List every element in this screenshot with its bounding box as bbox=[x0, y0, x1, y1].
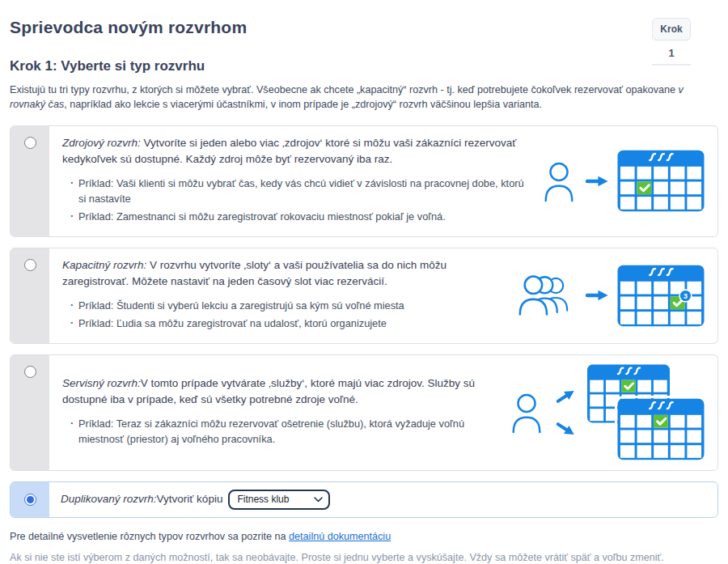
resource-illustration bbox=[540, 150, 708, 212]
reassurance-note: Ak si nie ste istí výberom z daných možn… bbox=[10, 552, 718, 563]
documentation-link[interactable]: detailnú dokumentáciu bbox=[289, 531, 391, 542]
resource-schedule-radio[interactable] bbox=[24, 137, 36, 149]
option-resource-schedule[interactable]: Zdrojový rozvrh: Vytvoríte si jeden aleb… bbox=[10, 125, 718, 237]
example-item: Príklad: Teraz si zákazníci môžu rezervo… bbox=[70, 416, 500, 447]
option-radio-strip bbox=[11, 482, 49, 517]
duplicate-source-select-wrap: Fitness klub bbox=[228, 490, 330, 510]
documentation-text: Pre detailné vysvetlenie rôznych typov r… bbox=[10, 531, 289, 542]
two-calendars-check-icon bbox=[586, 364, 705, 461]
option-text: Kapacitný rozvrh: V rozvrhu vytvoríte ‚s… bbox=[62, 257, 506, 334]
option-radio-strip bbox=[11, 248, 49, 343]
step-indicator: Krok 1 bbox=[652, 18, 691, 66]
calendar-check-icon bbox=[617, 398, 705, 460]
option-title: Duplikovaný rozvrh: bbox=[61, 491, 157, 508]
group-people-icon bbox=[514, 273, 578, 318]
example-item: Príklad: Študenti si vyberú lekciu a zar… bbox=[70, 298, 506, 313]
page-title: Sprievodca novým rozvrhom bbox=[10, 18, 718, 37]
page-header: Sprievodca novým rozvrhom Krok 1 bbox=[10, 18, 718, 37]
duplicate-source-select[interactable]: Fitness klub bbox=[228, 490, 330, 510]
step-label-badge: Krok bbox=[652, 18, 691, 40]
arrow-right-icon bbox=[586, 175, 609, 188]
option-text: Duplikovaný rozvrh: Vytvoriť kópiu Fitne… bbox=[61, 490, 706, 510]
capacity-illustration: 3 bbox=[514, 265, 708, 327]
example-list: Príklad: Teraz si zákazníci môžu rezervo… bbox=[62, 416, 500, 447]
option-duplicate-schedule[interactable]: Duplikovaný rozvrh: Vytvoriť kópiu Fitne… bbox=[10, 481, 718, 518]
option-title: Servisný rozvrh: bbox=[62, 377, 141, 389]
option-radio-strip bbox=[11, 126, 49, 236]
example-item: Príklad: Ľudia sa môžu zaregistrovať na … bbox=[70, 316, 506, 331]
calendar-check-icon bbox=[617, 150, 705, 212]
example-list: Príklad: Študenti si vyberú lekciu a zar… bbox=[62, 298, 506, 332]
intro-text-2: , napríklad ako lekcie s viacerými účast… bbox=[64, 99, 542, 110]
option-text: Servisný rozvrh:V tomto prípade vytvárat… bbox=[62, 375, 500, 450]
option-description: Vytvoriť kópiu bbox=[157, 491, 223, 508]
step-heading: Krok 1: Vyberte si typ rozvrhu bbox=[10, 58, 718, 74]
example-item: Príklad: Zamestnanci si môžu zaregistrov… bbox=[70, 209, 532, 224]
option-service-schedule[interactable]: Servisný rozvrh:V tomto prípade vytvárat… bbox=[10, 354, 718, 471]
capacity-badge: 3 bbox=[684, 292, 688, 300]
intro-paragraph: Existujú tu tri typy rozvrhu, z ktorých … bbox=[10, 83, 718, 112]
documentation-line: Pre detailné vysvetlenie rôznych typov r… bbox=[10, 531, 718, 542]
diagonal-arrows bbox=[555, 390, 577, 435]
capacity-schedule-radio[interactable] bbox=[24, 259, 36, 271]
arrow-right-icon bbox=[586, 289, 609, 302]
person-icon bbox=[508, 391, 545, 435]
example-item: Príklad: Vaši klienti si môžu vybrať čas… bbox=[70, 176, 532, 207]
option-title: Kapacitný rozvrh: bbox=[62, 259, 146, 271]
wizard-page: Sprievodca novým rozvrhom Krok 1 Krok 1:… bbox=[0, 0, 728, 564]
option-text: Zdrojový rozvrh: Vytvoríte si jeden aleb… bbox=[62, 135, 532, 227]
option-radio-strip bbox=[11, 355, 49, 470]
option-title: Zdrojový rozvrh: bbox=[62, 137, 141, 149]
arrow-up-right-icon bbox=[553, 385, 578, 407]
service-illustration bbox=[508, 364, 708, 461]
service-schedule-radio[interactable] bbox=[24, 366, 36, 378]
arrow-down-right-icon bbox=[553, 418, 578, 440]
person-icon bbox=[540, 159, 578, 203]
option-capacity-schedule[interactable]: Kapacitný rozvrh: V rozvrhu vytvoríte ‚s… bbox=[10, 248, 718, 344]
step-number: 1 bbox=[652, 40, 691, 66]
example-list: Príklad: Vaši klienti si môžu vybrať čas… bbox=[62, 176, 532, 225]
duplicate-schedule-radio[interactable] bbox=[24, 494, 36, 506]
calendar-check-badge-icon: 3 bbox=[617, 265, 705, 327]
intro-text-1: Existujú tu tri typy rozvrhu, z ktorých … bbox=[10, 84, 679, 95]
